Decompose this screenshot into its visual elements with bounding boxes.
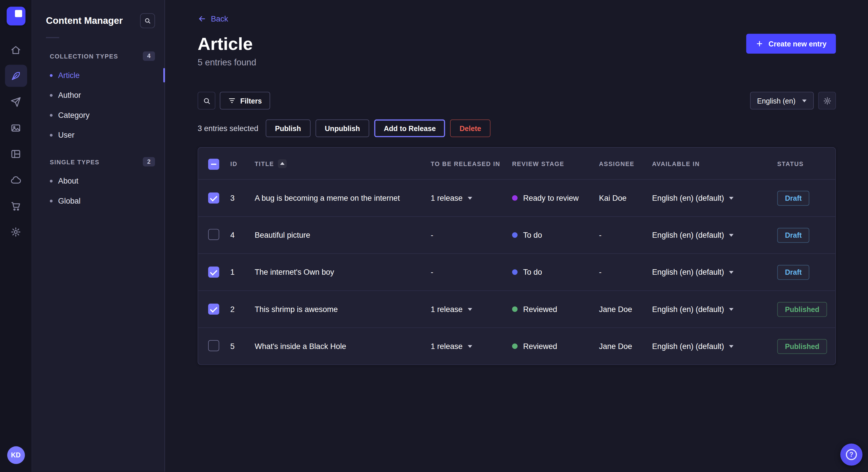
cell-status: Published bbox=[777, 339, 835, 353]
bulk-actions-bar: 3 entries selected Publish Unpublish Add… bbox=[197, 120, 836, 137]
search-button[interactable] bbox=[197, 92, 215, 109]
cell-available-in[interactable]: English (en) (default) bbox=[652, 342, 777, 351]
filter-icon bbox=[228, 97, 236, 104]
locale-select[interactable]: English (en) bbox=[750, 92, 814, 109]
bullet-icon bbox=[50, 113, 53, 116]
cell-to-be-released-in[interactable]: 1 release bbox=[431, 305, 512, 314]
cell-review-stage: To do bbox=[512, 231, 599, 239]
cell-id: 2 bbox=[230, 305, 255, 314]
avatar[interactable]: KD bbox=[7, 446, 25, 464]
cell-status: Draft bbox=[777, 265, 835, 279]
chevron-down-icon bbox=[802, 99, 806, 102]
chevron-down-icon bbox=[729, 308, 733, 310]
chevron-down-icon bbox=[729, 345, 733, 347]
marketplace-icon[interactable] bbox=[5, 195, 27, 217]
strapi-logo[interactable] bbox=[6, 7, 25, 26]
table-row[interactable]: 1 The internet's Own boy - To do - Engli… bbox=[198, 253, 835, 290]
cell-to-be-released-in[interactable]: 1 release bbox=[431, 342, 512, 351]
row-checkbox[interactable] bbox=[208, 340, 219, 351]
cell-id: 4 bbox=[230, 231, 255, 239]
sidebar-title: Content Manager bbox=[46, 15, 123, 26]
cell-review-stage: Reviewed bbox=[512, 342, 599, 351]
deploy-cloud-icon[interactable] bbox=[5, 169, 27, 191]
cell-to-be-released-in[interactable]: - bbox=[431, 231, 512, 239]
cell-assignee: Jane Doe bbox=[599, 342, 652, 351]
sidebar-item-category[interactable]: Category bbox=[46, 105, 155, 125]
content-type-builder-icon[interactable] bbox=[5, 143, 27, 165]
row-checkbox[interactable] bbox=[208, 193, 219, 204]
cell-id: 1 bbox=[230, 268, 255, 276]
question-mark-icon: ? bbox=[846, 449, 857, 460]
status-badge: Draft bbox=[777, 265, 810, 279]
stage-dot-icon bbox=[512, 195, 518, 201]
table-header-row: ID TITLE TO BE RELEASED IN REVIEW STAGE … bbox=[198, 148, 835, 179]
select-all-checkbox[interactable] bbox=[208, 159, 219, 170]
add-to-release-button[interactable]: Add to Release bbox=[374, 120, 445, 137]
stage-dot-icon bbox=[512, 306, 518, 312]
bullet-icon bbox=[50, 74, 53, 76]
cell-review-stage: Reviewed bbox=[512, 305, 599, 314]
cell-id: 3 bbox=[230, 194, 255, 202]
cell-status: Published bbox=[777, 302, 835, 316]
view-settings-button[interactable] bbox=[818, 92, 836, 109]
sidebar-item-user[interactable]: User bbox=[46, 125, 155, 145]
unpublish-button[interactable]: Unpublish bbox=[315, 120, 369, 137]
sidebar-item-article[interactable]: Article bbox=[46, 65, 155, 85]
cell-available-in[interactable]: English (en) (default) bbox=[652, 231, 777, 239]
cell-available-in[interactable]: English (en) (default) bbox=[652, 305, 777, 314]
section-count-badge: 2 bbox=[143, 157, 155, 167]
search-icon bbox=[144, 17, 151, 24]
cell-available-in[interactable]: English (en) (default) bbox=[652, 268, 777, 276]
section-label: SINGLE TYPES bbox=[50, 159, 100, 165]
bullet-icon bbox=[50, 199, 53, 202]
table-row[interactable]: 3 A bug is becoming a meme on the intern… bbox=[198, 179, 835, 216]
search-icon bbox=[203, 97, 211, 105]
status-badge: Published bbox=[777, 302, 827, 316]
media-library-icon[interactable] bbox=[5, 117, 27, 139]
sidebar-item-author[interactable]: Author bbox=[46, 85, 155, 105]
back-link[interactable]: Back bbox=[197, 14, 228, 23]
status-badge: Draft bbox=[777, 228, 810, 243]
home-icon[interactable] bbox=[5, 39, 27, 61]
app-root: KD Content Manager COLLECTION TYPES 4 Ar… bbox=[0, 0, 868, 472]
cell-to-be-released-in[interactable]: 1 release bbox=[431, 194, 512, 202]
header-to-be-released-in: TO BE RELEASED IN bbox=[431, 160, 512, 167]
cell-status: Draft bbox=[777, 228, 835, 243]
header-title[interactable]: TITLE bbox=[255, 159, 431, 168]
header-assignee: ASSIGNEE bbox=[599, 160, 652, 167]
releases-icon[interactable] bbox=[5, 91, 27, 113]
create-new-entry-button[interactable]: Create new entry bbox=[746, 34, 836, 54]
sidebar-item-about[interactable]: About bbox=[46, 171, 155, 191]
cell-assignee: - bbox=[599, 268, 652, 276]
cell-status: Draft bbox=[777, 191, 835, 205]
chevron-down-icon bbox=[468, 345, 472, 347]
sidebar-search-button[interactable] bbox=[140, 13, 155, 28]
bullet-icon bbox=[50, 179, 53, 182]
table-row[interactable]: 4 Beautiful picture - To do - English (e… bbox=[198, 216, 835, 253]
cell-to-be-released-in[interactable]: - bbox=[431, 268, 512, 276]
row-checkbox[interactable] bbox=[208, 229, 219, 240]
content-manager-icon[interactable] bbox=[5, 65, 27, 87]
help-button[interactable]: ? bbox=[840, 444, 863, 466]
chevron-down-icon bbox=[729, 197, 733, 200]
cell-id: 5 bbox=[230, 342, 255, 351]
header-id: ID bbox=[230, 160, 255, 167]
row-checkbox[interactable] bbox=[208, 267, 219, 278]
chevron-down-icon bbox=[468, 197, 472, 200]
status-badge: Draft bbox=[777, 191, 810, 205]
row-checkbox[interactable] bbox=[208, 304, 219, 315]
sidebar-divider bbox=[46, 37, 59, 38]
page-title: Article bbox=[197, 34, 256, 54]
table-row[interactable]: 2 This shrimp is awesome 1 release Revie… bbox=[198, 290, 835, 327]
sort-ascending-icon[interactable] bbox=[278, 159, 287, 168]
filters-button[interactable]: Filters bbox=[220, 92, 270, 109]
cell-review-stage: Ready to review bbox=[512, 194, 599, 202]
delete-button[interactable]: Delete bbox=[450, 120, 491, 137]
cell-available-in[interactable]: English (en) (default) bbox=[652, 194, 777, 202]
settings-icon[interactable] bbox=[5, 221, 27, 243]
selection-summary: 3 entries selected bbox=[197, 124, 258, 133]
publish-button[interactable]: Publish bbox=[266, 120, 310, 137]
table-row[interactable]: 5 What's inside a Black Hole 1 release R… bbox=[198, 328, 835, 365]
sidebar-item-global[interactable]: Global bbox=[46, 191, 155, 210]
header-status: STATUS bbox=[777, 160, 835, 167]
